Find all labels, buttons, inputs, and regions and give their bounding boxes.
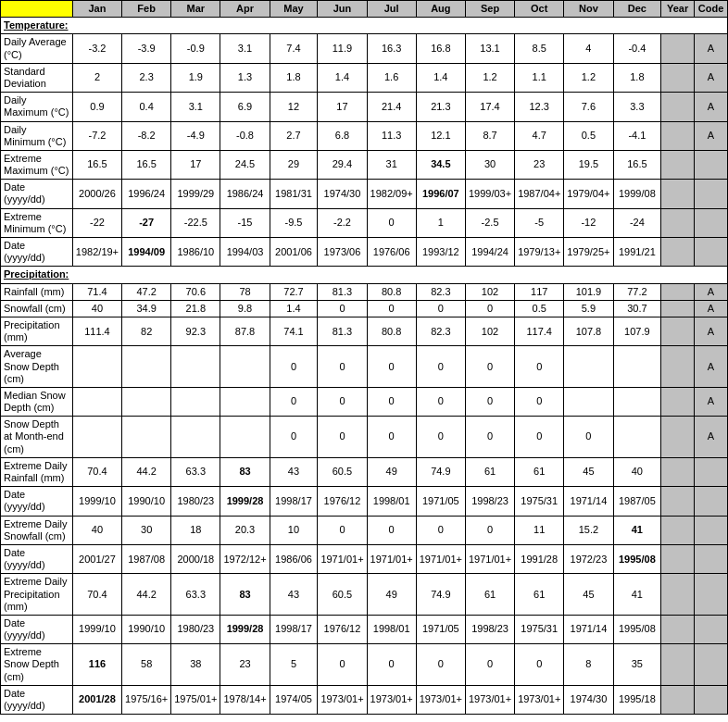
cell-12 xyxy=(661,121,695,150)
cell-8: 102 xyxy=(465,283,514,300)
data-row: Rainfall (mm)71.447.270.67872.781.380.88… xyxy=(1,283,728,300)
cell-9: 117.4 xyxy=(515,317,564,345)
cell-11: 30.7 xyxy=(613,300,661,317)
cell-8: 61 xyxy=(465,574,514,616)
cell-13: A xyxy=(695,63,728,92)
cell-7: 1973/01+ xyxy=(416,685,465,714)
cell-12 xyxy=(661,300,695,317)
cell-11 xyxy=(613,417,661,458)
cell-9: 0 xyxy=(515,644,564,686)
cell-2: 1.9 xyxy=(171,63,220,92)
header-feb: Feb xyxy=(122,1,171,18)
data-row: Extreme Daily Precipitation (mm)70.444.2… xyxy=(1,574,728,616)
header-apr: Apr xyxy=(220,1,270,18)
cell-7: 34.5 xyxy=(416,150,465,179)
cell-0: 2000/26 xyxy=(72,180,121,208)
cell-3: 1972/12+ xyxy=(220,544,270,573)
cell-8: 61 xyxy=(465,457,514,486)
cell-12 xyxy=(661,93,695,121)
cell-12 xyxy=(661,283,695,300)
cell-11: 107.9 xyxy=(613,317,661,345)
cell-8: 0 xyxy=(465,346,514,388)
cell-10 xyxy=(564,387,613,416)
cell-8: 102 xyxy=(465,317,514,345)
cell-9: 0 xyxy=(515,346,564,388)
cell-1: 2.3 xyxy=(122,63,171,92)
cell-11: 35 xyxy=(613,644,661,686)
cell-11: 77.2 xyxy=(613,283,661,300)
cell-2 xyxy=(171,387,220,416)
cell-2: 63.3 xyxy=(171,574,220,616)
section-header-1: Precipitation: xyxy=(1,267,728,283)
cell-9: 61 xyxy=(515,457,564,486)
cell-11: 1.8 xyxy=(613,63,661,92)
cell-7: 16.8 xyxy=(416,34,465,63)
row-label: Snow Depth at Month-end (cm) xyxy=(1,417,73,458)
cell-5: 81.3 xyxy=(318,317,367,345)
cell-5: 60.5 xyxy=(318,574,367,616)
cell-11: 41 xyxy=(613,574,661,616)
cell-13 xyxy=(695,457,728,486)
cell-10: 15.2 xyxy=(564,516,613,544)
data-row: Date (yyyy/dd)1982/19+1994/091986/101994… xyxy=(1,238,728,267)
cell-10: 101.9 xyxy=(564,283,613,300)
cell-4: 1.8 xyxy=(270,63,318,92)
row-label: Daily Minimum (°C) xyxy=(1,121,73,150)
cell-11: 1995/18 xyxy=(613,685,661,714)
cell-13 xyxy=(695,644,728,686)
cell-1: -27 xyxy=(122,208,171,237)
data-row: Extreme Daily Snowfall (cm)40301820.3100… xyxy=(1,516,728,544)
cell-8: 1999/03+ xyxy=(465,180,514,208)
cell-3: 6.9 xyxy=(220,93,270,121)
cell-5: 81.3 xyxy=(318,283,367,300)
cell-0: 2001/28 xyxy=(72,685,121,714)
cell-5: 0 xyxy=(318,644,367,686)
cell-6: 1973/01+ xyxy=(367,685,416,714)
header-label-col xyxy=(1,1,73,18)
cell-9: 0.5 xyxy=(515,300,564,317)
cell-2: 1986/10 xyxy=(171,238,220,267)
cell-0: -3.2 xyxy=(72,34,121,63)
row-label: Date (yyyy/dd) xyxy=(1,238,73,267)
cell-3: 87.8 xyxy=(220,317,270,345)
cell-1: 1996/24 xyxy=(122,180,171,208)
cell-1: 1975/16+ xyxy=(122,685,171,714)
cell-12 xyxy=(661,516,695,544)
cell-2: 3.1 xyxy=(171,93,220,121)
header-mar: Mar xyxy=(171,1,220,18)
cell-8: 1973/01+ xyxy=(465,685,514,714)
cell-13 xyxy=(695,208,728,237)
cell-7: 74.9 xyxy=(416,457,465,486)
row-label: Daily Maximum (°C) xyxy=(1,93,73,121)
cell-3: 23 xyxy=(220,644,270,686)
data-row: Date (yyyy/dd)1999/101990/101980/231999/… xyxy=(1,487,728,516)
cell-1: -8.2 xyxy=(122,121,171,150)
cell-7: 1 xyxy=(416,208,465,237)
cell-7: 1971/05 xyxy=(416,487,465,516)
data-row: Date (yyyy/dd)2000/261996/241999/291986/… xyxy=(1,180,728,208)
cell-4: 0 xyxy=(270,417,318,458)
cell-11: 1995/08 xyxy=(613,615,661,643)
cell-13 xyxy=(695,238,728,267)
row-label: Extreme Maximum (°C) xyxy=(1,150,73,179)
cell-10: 1979/25+ xyxy=(564,238,613,267)
cell-9: 61 xyxy=(515,574,564,616)
cell-9: 0 xyxy=(515,387,564,416)
row-label: Date (yyyy/dd) xyxy=(1,487,73,516)
cell-0: 40 xyxy=(72,300,121,317)
cell-6: 0 xyxy=(367,387,416,416)
header-jun: Jun xyxy=(318,1,367,18)
cell-4: 1.4 xyxy=(270,300,318,317)
cell-2: -0.9 xyxy=(171,34,220,63)
header-nov: Nov xyxy=(564,1,613,18)
cell-0 xyxy=(72,417,121,458)
data-row: Date (yyyy/dd)2001/271987/082000/181972/… xyxy=(1,544,728,573)
cell-13 xyxy=(695,615,728,643)
climate-table: Jan Feb Mar Apr May Jun Jul Aug Sep Oct … xyxy=(0,0,728,715)
cell-12 xyxy=(661,615,695,643)
cell-4: 29 xyxy=(270,150,318,179)
cell-7: 0 xyxy=(416,300,465,317)
cell-0: 70.4 xyxy=(72,574,121,616)
cell-7: 12.1 xyxy=(416,121,465,150)
cell-5: 1973/01+ xyxy=(318,685,367,714)
